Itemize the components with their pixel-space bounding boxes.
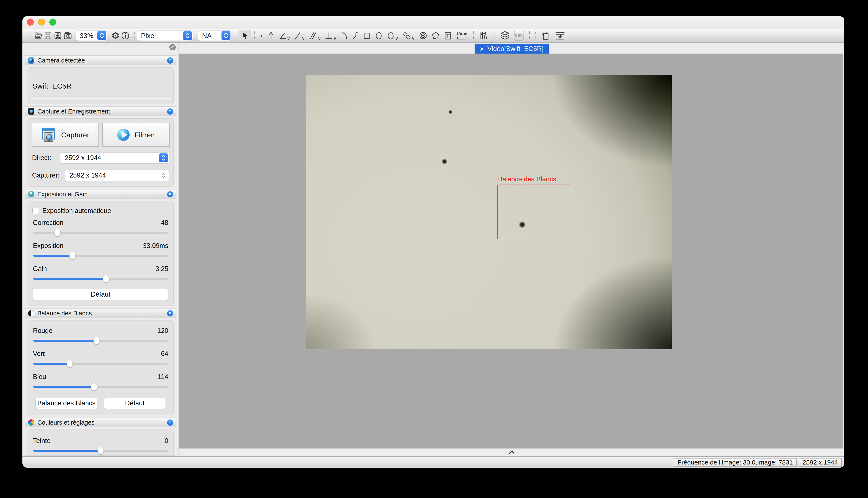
unit-select[interactable]: Pixel [137,30,193,41]
zoom-level-select[interactable]: 33% [76,30,107,41]
toolbar-separator [473,31,474,40]
line-tool-icon[interactable]: ∨ [294,31,305,40]
section-header-capture[interactable]: Capture et Enregistrement « [25,106,176,116]
auto-exposure-checkbox[interactable] [33,208,39,214]
collapse-sidebar-icon[interactable]: « [169,44,176,50]
curve-tool-icon[interactable] [352,31,359,40]
blue-slider-thumb[interactable] [91,383,97,391]
collapse-section-icon[interactable]: « [167,191,173,197]
expand-bottom-panel-icon[interactable] [508,450,515,455]
parallel-lines-tool-icon[interactable]: ∨ [309,31,321,40]
info-icon[interactable] [120,31,130,41]
capture-timer-icon[interactable] [63,31,73,41]
toolbar-separator [494,31,495,40]
magnification-select[interactable]: NA [198,30,231,41]
text-tool-icon[interactable] [444,31,452,40]
pointer-tool-selected[interactable] [239,30,251,41]
capture-button[interactable]: Capturer [31,123,99,147]
video-tab[interactable]: × Vidéo[Swift_EC5R] [475,44,549,54]
copy-icon[interactable] [540,31,550,41]
collapse-section-icon[interactable]: « [167,310,173,316]
open-file-icon[interactable] [33,31,43,41]
dust-speck [448,110,452,114]
section-header-exposure[interactable]: Exposition et Gain « [25,189,176,199]
section-header-white-balance[interactable]: Balance des Blancs « [25,308,176,318]
exposure-slider[interactable] [33,252,168,260]
angle-tool-icon[interactable]: ∨ [278,31,290,40]
live-resolution-stepper-icon[interactable] [159,154,168,162]
toolbar-separator [529,31,530,40]
camera-lens-icon [28,57,34,64]
zoom-window-button[interactable] [49,18,56,26]
perpendicular-tool-icon[interactable]: ∨ [325,31,336,40]
exposure-icon [28,191,34,197]
app-window: 33% ⚙ Pixel NA [23,16,844,468]
blue-slider[interactable] [33,383,168,391]
point-tool-icon[interactable] [259,31,264,40]
red-slider-thumb[interactable] [93,337,100,344]
document-tab-strip: × Vidéo[Swift_EC5R] [179,43,844,54]
section-header-colors[interactable]: Couleurs et réglages « [25,418,176,428]
correction-slider[interactable] [33,229,168,236]
scale-bar-tool-icon[interactable]: 10um [456,31,468,40]
toolbar-separator [254,31,255,40]
main-toolbar: 33% ⚙ Pixel NA [23,29,844,43]
bottom-panel-strip [179,448,844,456]
white-balance-roi[interactable] [497,185,570,239]
settings-gear-icon[interactable]: ⚙ [111,31,120,41]
record-button-icon [117,129,130,141]
green-slider-thumb[interactable] [67,360,73,367]
tab-close-icon[interactable]: × [480,45,484,52]
magnification-stepper-icon[interactable] [221,31,230,40]
arrow-tool-icon[interactable] [268,31,274,40]
export-image-icon[interactable] [555,31,565,41]
collapse-section-icon[interactable]: « [167,57,173,64]
circle-tool-icon[interactable]: ∨ [386,31,398,40]
section-header-camera[interactable]: Caméra détectée « [25,55,176,65]
frame-rate-status: Fréquence de l'Image: 30.0,Image: 7831 [674,458,796,467]
annulus-tool-icon[interactable] [419,31,427,40]
sidebar-panel: Caméra détectée « Swift_EC5R Capture et … [25,52,176,456]
close-window-button[interactable] [27,18,34,26]
record-button[interactable]: Filmer [102,123,169,147]
capture-camera-icon [28,108,34,115]
layers-icon[interactable] [500,31,510,41]
live-resolution-select[interactable]: 2592 x 1944 [60,152,169,163]
rectangle-tool-icon[interactable] [363,31,371,40]
collapse-section-icon[interactable]: « [167,108,173,115]
collapse-section-icon[interactable]: « [167,419,173,426]
two-circles-tool-icon[interactable]: ∨ [403,31,415,40]
measurement-settings-icon[interactable] [479,31,488,41]
toolbar-drag-handle [134,32,135,39]
camera-name[interactable]: Swift_EC5R [28,74,174,99]
quick-save-icon[interactable] [53,31,63,41]
unit-stepper-icon[interactable] [183,31,192,40]
gain-slider-thumb[interactable] [103,275,109,283]
hue-slider[interactable] [33,447,168,455]
colors-card: Teinte 0 Saturation 64 [27,430,174,456]
zoom-stepper-icon[interactable] [98,31,106,40]
save-icon-disabled [43,31,53,41]
white-balance-default-button[interactable]: Défaut [104,398,166,409]
arc-tool-icon[interactable] [341,31,348,40]
ellipse-tool-icon[interactable] [375,31,383,40]
title-bar [23,16,844,29]
white-balance-icon [28,310,34,316]
live-video-feed[interactable]: Balance des Blancs [306,75,672,349]
capture-card: Capturer Filmer Direct: 2592 x 1944 [27,118,174,187]
correction-slider-thumb[interactable] [54,229,61,236]
green-slider[interactable] [33,360,168,367]
tab-label: Vidéo[Swift_EC5R] [487,45,544,53]
export-csv-icon: CSV [514,31,524,41]
toolbar-drag-handle [535,32,536,39]
hue-slider-thumb[interactable] [98,447,104,455]
exposure-default-button[interactable]: Défaut [33,289,168,300]
polygon-tool-icon[interactable] [431,31,440,40]
minimize-window-button[interactable] [38,18,45,26]
gain-slider[interactable] [33,275,168,283]
exposure-card: Exposition automatique Correction 48 Exp… [27,201,174,306]
red-slider[interactable] [33,337,168,344]
white-balance-button[interactable]: Balance des Blancs [36,398,98,409]
capture-resolution-select[interactable]: 2592 x 1944 [65,170,169,181]
exposure-slider-thumb[interactable] [69,252,75,260]
